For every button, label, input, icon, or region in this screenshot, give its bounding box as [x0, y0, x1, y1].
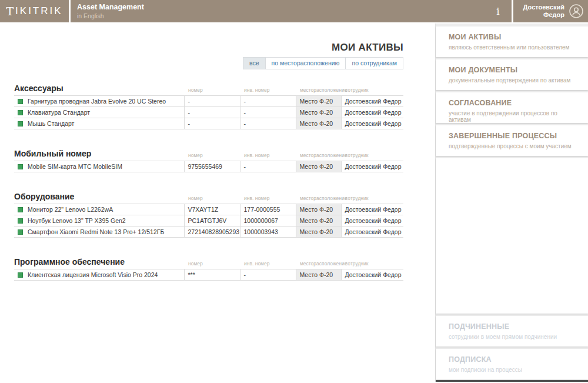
- asset-sections: Аксессуарыномеринв. номерместорасположен…: [14, 84, 403, 281]
- column-header-inv-number: инв. номер: [240, 152, 296, 158]
- sidebar-item-subscription: ПОДПИСКАмои подписки на процессы: [436, 349, 588, 379]
- filter-tab-by-location[interactable]: по месторасположению: [266, 57, 346, 69]
- number-cell: -: [184, 96, 240, 107]
- table-row[interactable]: Гарнитура проводная Jabra Evolve 20 UC S…: [14, 96, 403, 107]
- table-row[interactable]: Монитор 22" Lenovo L2262wAV7XAYT1Z177-00…: [14, 204, 403, 215]
- location-cell: Место Ф-20: [296, 96, 341, 107]
- filter-tabs: всепо месторасположениюпо сотрудникам: [14, 57, 403, 69]
- table-row[interactable]: Клавиатура Стандарт--Место Ф-20Достоевск…: [14, 107, 403, 118]
- sidebar-item-completed-processes[interactable]: ЗАВЕРШЕННЫЕ ПРОЦЕССЫподтвержденные проце…: [436, 125, 588, 156]
- logo[interactable]: TIKITRIK: [0, 0, 69, 22]
- sidebar-item-my-documents[interactable]: МОИ ДОКУМЕНТЫдокументальные подтверждени…: [436, 59, 588, 90]
- location-cell: Место Ф-20: [296, 215, 341, 227]
- section-title: Мобильный номер: [14, 149, 184, 158]
- employee-cell: Достоевский Федор: [341, 269, 403, 281]
- asset-status-icon: [18, 229, 23, 235]
- asset-name-cell: Монитор 22" Lenovo L2262wA: [14, 204, 184, 215]
- column-header-number: номер: [184, 195, 240, 201]
- number-cell: 272140828905293: [184, 227, 240, 238]
- column-header-employee: сотрудник: [341, 87, 403, 93]
- section-header: Аксессуарыномеринв. номерместорасположен…: [14, 84, 403, 93]
- section-title: Аксессуары: [14, 84, 184, 93]
- number-cell: V7XAYT1Z: [184, 204, 240, 215]
- sidebar-item-my-assets[interactable]: МОИ АКТИВЫявляюсь ответственным или поль…: [436, 26, 588, 57]
- number-cell: ***: [184, 269, 240, 281]
- page-title: МОИ АКТИВЫ: [14, 42, 403, 54]
- asset-status-icon: [18, 164, 23, 169]
- table-row[interactable]: Mobile SIM-карта МТС MobileSIM9755655469…: [14, 161, 403, 172]
- asset-status-icon: [18, 110, 23, 115]
- header-spacer: [144, 0, 485, 22]
- inv-number-cell: 1000003943: [240, 227, 296, 238]
- employee-cell: Достоевский Федор: [341, 96, 403, 107]
- section-title: Программное обеспечение: [14, 257, 184, 267]
- app-header: TIKITRIK Asset Management in English i Д…: [0, 0, 588, 24]
- table-row[interactable]: Мышь Стандарт--Место Ф-20Достоевский Фед…: [14, 118, 403, 129]
- asset-table: Гарнитура проводная Jabra Evolve 20 UC S…: [14, 95, 403, 129]
- asset-name-cell: Mobile SIM-карта МТС MobileSIM: [14, 161, 184, 172]
- asset-name-cell: Клиентская лицензия Microsoft Visio Pro …: [14, 269, 184, 281]
- column-header-inv-number: инв. номер: [240, 195, 296, 201]
- location-cell: Место Ф-20: [296, 227, 341, 238]
- asset-section: Программное обеспечениеномеринв. номерме…: [14, 257, 403, 281]
- location-cell: Место Ф-20: [296, 204, 341, 215]
- app-subtitle: in English: [77, 12, 144, 19]
- info-button[interactable]: i: [485, 0, 512, 22]
- filter-tab-by-employees[interactable]: по сотрудникам: [346, 57, 403, 69]
- sidebar-item-subtitle: участие в подтверждении процессов по акт…: [449, 110, 580, 123]
- filter-tab-all[interactable]: все: [243, 57, 266, 69]
- number-cell: 9755655469: [184, 161, 240, 172]
- inv-number-cell: -: [240, 161, 296, 172]
- location-cell: Место Ф-20: [296, 161, 341, 172]
- employee-cell: Достоевский Федор: [341, 118, 403, 129]
- column-header-location: месторасположение: [296, 195, 341, 201]
- user-menu[interactable]: Достоевский Федор: [513, 0, 588, 22]
- location-cell: Место Ф-20: [296, 118, 341, 129]
- sidebar-item-title: МОИ АКТИВЫ: [449, 33, 580, 41]
- employee-cell: Достоевский Федор: [341, 227, 403, 238]
- employee-cell: Достоевский Федор: [341, 161, 403, 172]
- asset-name-cell: Смартфон Xiaomi Redmi Note 13 Pro+ 12/51…: [14, 227, 184, 238]
- column-header-inv-number: инв. номер: [240, 87, 296, 93]
- column-header-location: месторасположение: [296, 152, 341, 158]
- table-row[interactable]: Клиентская лицензия Microsoft Visio Pro …: [14, 269, 403, 281]
- inv-number-cell: -: [240, 96, 296, 107]
- column-header-inv-number: инв. номер: [240, 261, 296, 267]
- asset-table: Клиентская лицензия Microsoft Visio Pro …: [14, 269, 403, 281]
- asset-status-icon: [18, 99, 23, 104]
- inv-number-cell: -: [240, 118, 296, 129]
- table-row[interactable]: Ноутбук Lenovo 13" TP X395 Gen2PC1ATGTJ6…: [14, 215, 403, 227]
- column-header-number: номер: [184, 152, 240, 158]
- app-title-block: Asset Management in English: [71, 0, 144, 22]
- column-header-employee: сотрудник: [341, 261, 403, 267]
- section-header: Программное обеспечениеномеринв. номерме…: [14, 257, 403, 267]
- sidebar-item-title: ЗАВЕРШЕННЫЕ ПРОЦЕССЫ: [449, 132, 580, 140]
- section-header: Оборудованиеномеринв. номерместорасполож…: [14, 192, 403, 201]
- asset-section: Мобильный номерномеринв. номерместораспо…: [14, 149, 403, 172]
- asset-name-cell: Мышь Стандарт: [14, 118, 184, 129]
- column-header-employee: сотрудник: [341, 195, 403, 201]
- sidebar-empty-panel: [436, 158, 588, 314]
- sidebar-item-approval[interactable]: СОГЛАСОВАНИЕучастие в подтверждении проц…: [436, 92, 588, 123]
- inv-number-cell: -: [240, 269, 296, 281]
- inv-number-cell: -: [240, 107, 296, 118]
- number-cell: PC1ATGTJ6V: [184, 215, 240, 227]
- asset-section: Аксессуарыномеринв. номерместорасположен…: [14, 84, 403, 129]
- location-cell: Место Ф-20: [296, 269, 341, 281]
- asset-table: Mobile SIM-карта МТС MobileSIM9755655469…: [14, 161, 403, 172]
- asset-status-icon: [18, 218, 23, 224]
- column-header-location: месторасположение: [296, 261, 341, 267]
- sidebar-item-subordinates: ПОДЧИНЕННЫЕсотрудники в моем прямом подч…: [436, 316, 588, 347]
- asset-name-cell: Ноутбук Lenovo 13" TP X395 Gen2: [14, 215, 184, 227]
- column-header-number: номер: [184, 87, 240, 93]
- sidebar-item-subtitle: сотрудники в моем прямом подчинении: [449, 334, 580, 340]
- logo-rest: IKITRIK: [15, 5, 63, 17]
- table-row[interactable]: Смартфон Xiaomi Redmi Note 13 Pro+ 12/51…: [14, 227, 403, 238]
- main-content: МОИ АКТИВЫ всепо месторасположениюпо сот…: [0, 24, 435, 382]
- sidebar-item-subtitle: являюсь ответственным или пользователем: [449, 44, 580, 51]
- asset-table: Монитор 22" Lenovo L2262wAV7XAYT1Z177-00…: [14, 204, 403, 238]
- app-title: Asset Management: [77, 3, 144, 11]
- user-name: Достоевский Федор: [523, 4, 564, 19]
- user-avatar-icon: [569, 4, 584, 19]
- column-header-number: номер: [184, 261, 240, 267]
